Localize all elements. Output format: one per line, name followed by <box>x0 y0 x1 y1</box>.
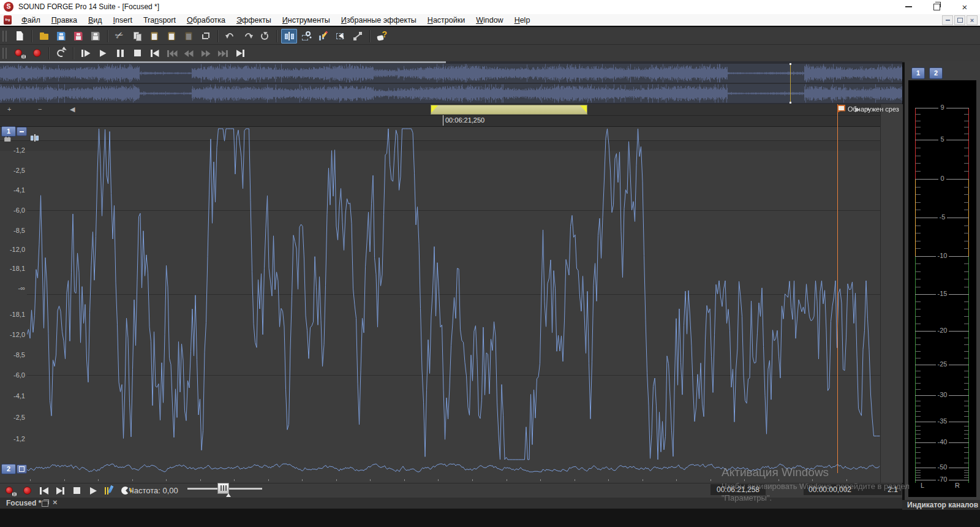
zoom-in-vertical-button[interactable]: + <box>7 105 11 113</box>
loop-region[interactable] <box>431 105 587 115</box>
scroll-left-button[interactable]: ◀ <box>70 105 75 113</box>
toolbar-grip[interactable] <box>2 31 7 42</box>
record-button[interactable] <box>29 46 45 61</box>
play-icon <box>97 48 109 59</box>
pencil-tool-button[interactable] <box>315 29 331 44</box>
meter-minor-tick <box>916 434 921 434</box>
ruler-tick <box>778 479 779 481</box>
open-file-button[interactable] <box>36 29 52 44</box>
waveform-channel-1[interactable] <box>27 126 880 463</box>
stop-button[interactable] <box>69 485 85 497</box>
close-button[interactable]: × <box>953 1 976 12</box>
penciltool-icon <box>318 31 330 42</box>
save-button[interactable] <box>53 29 69 44</box>
record-button[interactable] <box>20 485 35 497</box>
channel-2-badge[interactable]: 2 <box>1 464 16 474</box>
meter-channel-1-button[interactable]: 1 <box>911 67 925 79</box>
channel-1-badge[interactable]: 1 <box>1 126 16 137</box>
meter-minor-tick <box>916 279 921 279</box>
trim-crop-button[interactable] <box>198 29 214 44</box>
toolbar-grip[interactable] <box>2 48 7 59</box>
meter-minor-tick <box>916 163 921 164</box>
menu-view[interactable]: Вид <box>83 16 108 25</box>
go-to-start-button[interactable] <box>36 485 51 497</box>
menu-window[interactable]: Window <box>470 16 508 25</box>
selection-start-display[interactable]: 00:06:21,258 <box>710 484 766 495</box>
save-all-button[interactable] <box>88 29 104 44</box>
play-button[interactable] <box>95 46 111 61</box>
paste-button[interactable] <box>146 29 162 44</box>
meter-minor-tick <box>916 383 921 384</box>
channel-2-restore-button[interactable] <box>17 464 27 474</box>
menu-edit[interactable]: Правка <box>46 16 83 25</box>
restore-button[interactable] <box>925 1 948 12</box>
child-restore-button[interactable] <box>954 15 965 25</box>
paste-to-new-button[interactable] <box>181 29 197 44</box>
edit-tool-button[interactable] <box>281 29 297 44</box>
menu-options[interactable]: Настройки <box>422 16 470 25</box>
overview-view-region[interactable] <box>0 61 446 63</box>
minimize-button[interactable] <box>897 1 920 12</box>
frequency-label: Частота: 0,00 <box>129 486 178 495</box>
envelope-tool-button[interactable] <box>350 29 366 44</box>
magnify-tool-button[interactable] <box>298 29 314 44</box>
loop-playback-button[interactable] <box>53 46 69 61</box>
meter-db-label: -20 <box>908 327 976 334</box>
db-label: -2,5 <box>13 414 25 421</box>
go-to-end-button[interactable] <box>232 46 248 61</box>
play-all-button[interactable] <box>78 46 94 61</box>
menu-file[interactable]: Файл <box>16 16 46 25</box>
channel-1-minimize-button[interactable] <box>17 127 27 136</box>
insert-marker-button[interactable] <box>102 485 118 497</box>
menu-insert[interactable]: Insert <box>108 16 138 25</box>
save-as-button[interactable] <box>70 29 86 44</box>
overview-cursor[interactable] <box>790 63 791 104</box>
tab-focused[interactable]: Focused * <box>6 499 41 507</box>
tab-close-icon[interactable]: × <box>53 498 58 507</box>
menu-effects[interactable]: Эффекты <box>231 16 277 25</box>
waveform-channel-2-minimized[interactable] <box>27 463 880 473</box>
repeat-button[interactable] <box>257 29 273 44</box>
play-button[interactable] <box>86 485 101 497</box>
child-close-button[interactable]: × <box>967 15 978 25</box>
overview-waveform[interactable] <box>0 61 902 104</box>
zoom-ratio-display[interactable]: 2:1 <box>854 484 902 495</box>
meter-minor-tick <box>916 324 921 324</box>
selection-tool-button[interactable] <box>333 29 349 44</box>
meter-panel-title[interactable]: Индикатор каналов <box>902 500 980 510</box>
ruler-tick <box>710 479 711 481</box>
fast-forward-button[interactable] <box>198 46 214 61</box>
redo-button[interactable] <box>239 29 255 44</box>
rewind-button[interactable] <box>181 46 197 61</box>
record-options-button[interactable] <box>12 46 28 61</box>
undo-button[interactable] <box>222 29 238 44</box>
cut-button[interactable] <box>112 29 128 44</box>
record-options-button[interactable] <box>3 485 18 497</box>
go-to-start-button[interactable] <box>146 46 162 61</box>
menu-help[interactable]: Help <box>509 16 536 25</box>
menu-transport[interactable]: Transport <box>138 16 181 25</box>
meter-minor-tick <box>916 351 921 352</box>
whats-this-help-button[interactable] <box>374 29 390 44</box>
stop-button[interactable] <box>129 46 145 61</box>
pause-button[interactable] <box>112 46 128 61</box>
copy-button[interactable] <box>129 29 145 44</box>
skip-backward-button[interactable] <box>164 46 179 61</box>
meter-minor-tick <box>916 301 921 302</box>
selection-length-display[interactable]: 00:00:00,002 <box>804 484 856 495</box>
meter-minor-tick <box>964 447 969 448</box>
menu-process[interactable]: Обработка <box>181 16 231 25</box>
menu-favorite-effects[interactable]: Избранные эффекты <box>336 16 422 25</box>
zoom-out-vertical-button[interactable]: − <box>38 105 42 113</box>
new-file-button[interactable] <box>12 29 28 44</box>
paste-special-button[interactable] <box>164 29 179 44</box>
db-label: -1,2 <box>13 435 25 442</box>
tab-restore-icon[interactable] <box>42 501 48 507</box>
frequency-slider-thumb[interactable] <box>217 483 229 494</box>
menu-tools[interactable]: Инструменты <box>277 16 336 25</box>
vertical-scrollbar-gutter[interactable] <box>880 104 903 483</box>
skip-forward-button[interactable] <box>215 46 231 61</box>
child-minimize-button[interactable] <box>942 15 953 25</box>
meter-channel-2-button[interactable]: 2 <box>929 67 943 79</box>
go-to-end-button[interactable] <box>53 485 68 497</box>
